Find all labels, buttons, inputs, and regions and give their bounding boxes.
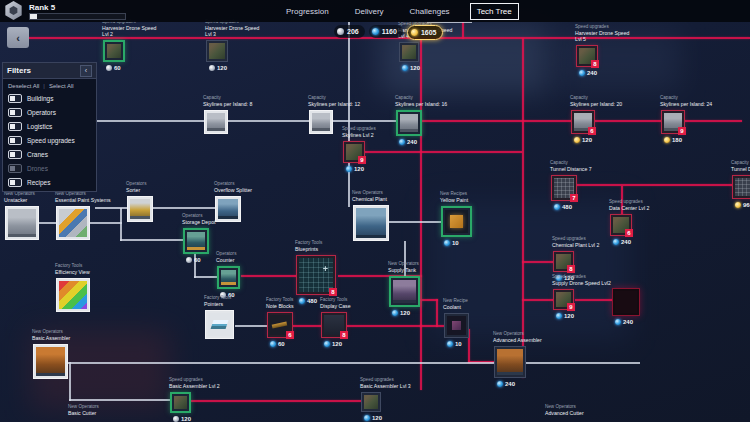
tech-node-unstacker[interactable]	[5, 206, 39, 240]
select-all-button[interactable]: Select All	[49, 83, 74, 89]
tech-node-data-center-lvl-2[interactable]: 6	[610, 214, 632, 236]
tree-connector-line	[194, 276, 218, 278]
tab-progression[interactable]: Progression	[280, 4, 335, 19]
tech-node-skylines-per-island-24[interactable]: 9	[661, 110, 685, 134]
cost-value: 120	[410, 65, 420, 71]
tech-node-coolant[interactable]	[444, 313, 469, 338]
node-title: Basic Assembler	[32, 335, 70, 341]
filter-toggle[interactable]	[8, 178, 22, 187]
node-label-blueprints: Factory ToolsBlueprints	[295, 240, 322, 252]
node-cost-advanced-assembler: 240	[497, 381, 515, 387]
node-title: Basic Assembler Lvl 2	[169, 383, 220, 389]
filters-collapse-button[interactable]: ‹	[80, 65, 92, 77]
cost-value: 120	[217, 65, 227, 71]
tech-node-essential-paint-systems[interactable]	[56, 206, 90, 240]
node-label-coolant: New RecipeCoolant	[443, 298, 468, 310]
cost-value: 120	[332, 341, 342, 347]
tech-node-skylines-per-island-8[interactable]	[204, 110, 228, 134]
tech-node-tunnel-distance-far[interactable]	[732, 175, 750, 199]
node-category: Speed upgrades	[342, 126, 376, 132]
tab-delivery[interactable]: Delivery	[349, 4, 390, 19]
tree-connector-line	[522, 38, 524, 378]
filter-label: Cranes	[27, 151, 48, 158]
node-title: Chemical Plant Lvl 2	[552, 242, 599, 248]
rank-lock-badge: 8	[329, 288, 337, 296]
tech-node-chemical-plant[interactable]	[353, 205, 389, 241]
cost-value: 120	[564, 275, 574, 281]
tech-node-counter[interactable]	[217, 266, 240, 289]
tech-node-efficiency-view[interactable]	[56, 278, 90, 312]
blue-currency-icon	[324, 341, 330, 347]
gold-research-icon	[411, 29, 418, 36]
tech-node-harvester-drone-speed-2[interactable]	[103, 40, 125, 62]
node-title: Display Case	[320, 303, 351, 309]
tech-node-overflow-splitter[interactable]	[215, 196, 241, 222]
tech-node-basic-assembler-lvl-3[interactable]	[361, 392, 381, 412]
node-label-data-center-lvl-2: Speed upgradesData Center Lvl 2	[609, 199, 649, 211]
node-label-harvester-drone-speed-5: Speed upgradesHarvester Drone SpeedLvl 5	[575, 24, 630, 42]
node-label-basic-assembler: New OperatorsBasic Assembler	[32, 329, 70, 341]
back-chevron-icon: ‹	[16, 32, 20, 44]
tree-connector-line	[563, 184, 745, 186]
tech-node-storage-depot[interactable]	[183, 228, 209, 254]
tech-node-blueprints[interactable]: 8	[296, 255, 336, 295]
filter-row-drones: Drones	[3, 161, 96, 175]
tech-node-harvester-drone-speed-4[interactable]	[399, 42, 419, 62]
tech-node-chemical-plant-lvl-2[interactable]: 8	[553, 251, 574, 272]
rank-progress-bar	[29, 13, 126, 20]
tech-node-sorter[interactable]	[127, 196, 153, 222]
tab-tech-tree[interactable]: Tech Tree	[470, 3, 519, 20]
tech-node-display-case[interactable]: 8	[321, 312, 347, 338]
node-category: Operators	[126, 181, 146, 187]
tree-connector-line	[404, 241, 406, 277]
tech-node-skylines-per-island-12[interactable]	[309, 110, 333, 134]
node-title: Efficiency View	[55, 269, 90, 275]
back-button[interactable]: ‹	[7, 27, 29, 48]
node-label-yellow-paint: New RecipesYellow Paint	[440, 191, 468, 203]
tech-node-harvester-drone-speed-3[interactable]	[206, 40, 228, 62]
filter-toggle[interactable]	[8, 108, 22, 117]
node-title: Harvester Drone Speed	[575, 30, 630, 36]
gear-currency-icon	[173, 416, 179, 422]
tech-node-yellow-paint[interactable]	[441, 206, 472, 237]
gear-currency-icon	[209, 65, 215, 71]
tech-node-supply-drone-speed-lvl-2[interactable]: 9	[553, 289, 574, 310]
tech-node-basic-assembler-lvl-2[interactable]	[170, 392, 191, 413]
grid-icon	[735, 178, 750, 196]
node-cost-yellow-paint: 10	[444, 240, 459, 246]
machine-teal-icon	[187, 232, 205, 250]
tech-node-skylines-per-island-20[interactable]: 6	[571, 110, 595, 134]
drone-icon	[107, 44, 121, 58]
tech-node-harvester-drone-speed-5[interactable]: 8	[576, 45, 598, 67]
filter-toggle[interactable]	[8, 150, 22, 159]
tech-node-supply-tank[interactable]	[389, 276, 420, 307]
tech-node-tunnel-distance-7[interactable]: 7	[551, 175, 577, 201]
filter-toggle[interactable]	[8, 122, 22, 131]
cost-value: 480	[562, 204, 572, 210]
tech-node-hidden-node[interactable]	[612, 288, 640, 316]
tree-connector-line	[241, 275, 298, 277]
tech-node-advanced-assembler[interactable]	[494, 346, 526, 378]
tech-node-skylines-per-island-16[interactable]	[396, 110, 422, 136]
gear-currency-icon	[186, 257, 192, 263]
blue-currency-icon	[554, 204, 560, 210]
currency-value: 206	[347, 28, 359, 35]
filter-toggle	[8, 164, 22, 173]
cost-value: 60	[194, 257, 201, 263]
node-cost-harvester-drone-speed-2: 60	[106, 65, 121, 71]
tech-node-basic-assembler[interactable]	[33, 344, 68, 379]
machine-grey-icon	[400, 114, 418, 132]
tech-node-skylines-lvl-2[interactable]: 9	[343, 141, 365, 163]
tech-node-note-blocks[interactable]: 6	[267, 312, 293, 338]
blue-currency-icon	[579, 70, 585, 76]
filter-toggle[interactable]	[8, 94, 22, 103]
node-cost-supply-drone-speed-lvl-2: 120	[556, 313, 574, 319]
rank-lock-badge: 8	[340, 331, 348, 339]
tab-challenges[interactable]: Challenges	[404, 4, 456, 19]
filter-row-speed-upgrades: Speed upgrades	[3, 133, 96, 147]
node-label-storage-depot: OperatorsStorage Depot	[182, 213, 215, 225]
blue-currency-icon	[447, 341, 453, 347]
filter-toggle[interactable]	[8, 136, 22, 145]
deselect-all-button[interactable]: Deselect All	[8, 83, 39, 89]
tech-node-pointers[interactable]	[205, 310, 234, 339]
